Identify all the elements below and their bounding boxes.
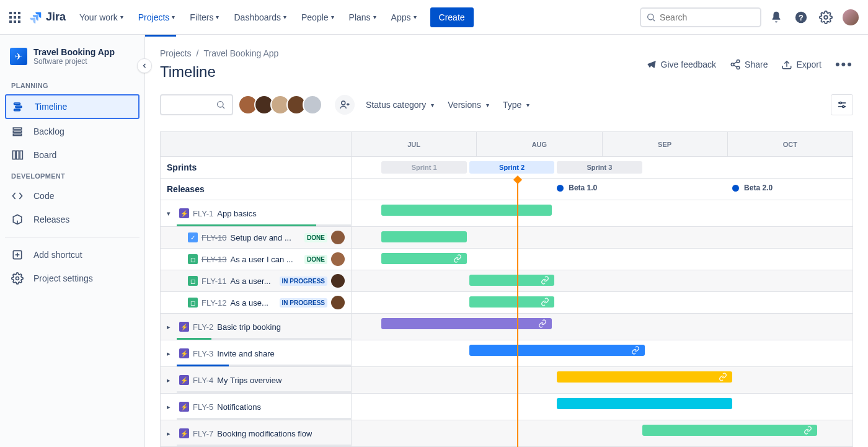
sprints-row: Sprints Sprint 1Sprint 2Sprint 3 [161, 157, 852, 179]
avatar[interactable] [303, 95, 322, 115]
sprint-pill[interactable]: Sprint 3 [557, 161, 642, 174]
export-button[interactable]: Export [781, 59, 821, 70]
release-marker[interactable]: Beta 2.0 [732, 184, 773, 192]
sidebar-item-timeline[interactable]: Timeline [5, 94, 140, 119]
epic-row: ▸ ⚡ FLY-2 Basic trip booking [161, 314, 852, 340]
project-icon: ✈ [10, 48, 27, 65]
nav-item-dashboards[interactable]: Dashboards▾ [228, 9, 293, 26]
timeline-bar[interactable] [381, 205, 552, 216]
svg-rect-18 [13, 131, 21, 133]
view-settings-button[interactable] [831, 94, 853, 115]
settings-icon[interactable] [816, 7, 836, 27]
issue-key[interactable]: FLY-4 [193, 376, 213, 385]
issue-key[interactable]: FLY-3 [193, 349, 213, 358]
issue-key[interactable]: FLY-13 [202, 255, 226, 264]
add-person-button[interactable] [335, 95, 355, 115]
expand-toggle[interactable]: ▸ [167, 323, 177, 331]
expand-toggle[interactable]: ▾ [167, 210, 177, 218]
sprint-pill[interactable]: Sprint 2 [469, 161, 554, 174]
sidebar-item-board[interactable]: Board [5, 144, 140, 166]
timeline-bar[interactable] [381, 318, 552, 329]
issue-key[interactable]: FLY-1 [193, 209, 213, 218]
give-feedback-button[interactable]: Give feedback [646, 59, 717, 70]
sidebar-item-project-settings[interactable]: Project settings [5, 267, 140, 290]
svg-rect-15 [16, 106, 22, 108]
task-icon: ✓ [188, 232, 198, 242]
expand-toggle[interactable]: ▸ [167, 350, 177, 358]
profile-avatar[interactable] [841, 7, 861, 27]
breadcrumb-project[interactable]: Travel Booking App [203, 48, 278, 58]
issue-key[interactable]: FLY-11 [202, 277, 226, 286]
issue-key[interactable]: FLY-10 [202, 233, 226, 242]
issue-key[interactable]: FLY-5 [193, 402, 213, 412]
nav-item-apps[interactable]: Apps▾ [385, 9, 423, 26]
issue-summary[interactable]: My Trips overview [217, 376, 281, 385]
jira-logo[interactable]: Jira [29, 10, 66, 25]
versions-filter[interactable]: Versions▾ [445, 96, 492, 113]
sidebar-item-code[interactable]: Code [5, 185, 140, 207]
issue-summary[interactable]: App basics [217, 209, 257, 218]
timeline-bar[interactable] [469, 345, 645, 356]
epic-icon: ⚡ [179, 208, 189, 218]
main-content: Projects / Travel Booking App Timeline G… [145, 35, 868, 447]
timeline-bar[interactable] [642, 425, 818, 436]
issue-summary[interactable]: Basic trip booking [217, 322, 281, 332]
help-icon[interactable]: ? [791, 7, 811, 27]
expand-toggle[interactable]: ▸ [167, 376, 177, 384]
assignee-filter-avatars[interactable] [242, 95, 322, 115]
release-marker[interactable]: Beta 1.0 [557, 184, 597, 192]
sprint-pill[interactable]: Sprint 1 [381, 161, 466, 174]
app-switcher-icon[interactable] [7, 10, 22, 25]
assignee-avatar[interactable] [331, 231, 345, 244]
issue-key[interactable]: FLY-7 [193, 429, 213, 438]
nav-item-people[interactable]: People▾ [295, 9, 340, 26]
issue-summary[interactable]: As a user... [230, 277, 279, 286]
svg-point-26 [16, 277, 19, 280]
toolbar: Status category▾ Versions▾ Type▾ [160, 94, 853, 115]
child-issue-row: ◻ FLY-12 As a use... IN PROGRESS [161, 292, 852, 314]
nav-item-projects[interactable]: Projects▾ [132, 9, 182, 26]
more-actions-button[interactable]: ••• [835, 56, 853, 73]
issue-key[interactable]: FLY-12 [202, 298, 226, 308]
nav-item-filters[interactable]: Filters▾ [184, 9, 225, 26]
epic-row: ▾ ⚡ FLY-1 App basics [161, 200, 852, 227]
search-input[interactable] [660, 12, 746, 22]
issue-summary[interactable]: As a use... [230, 298, 279, 308]
issue-summary[interactable]: Booking modifications flow [217, 429, 312, 438]
issue-summary[interactable]: As a user I can ... [230, 255, 304, 264]
issue-key[interactable]: FLY-2 [193, 322, 213, 332]
sidebar-item-add-shortcut[interactable]: Add shortcut [5, 244, 140, 266]
breadcrumb-root[interactable]: Projects [160, 48, 192, 58]
global-search[interactable] [640, 7, 761, 27]
nav-item-plans[interactable]: Plans▾ [343, 9, 383, 26]
sidebar-item-releases[interactable]: Releases [5, 208, 140, 231]
share-button[interactable]: Share [730, 59, 768, 70]
issue-summary[interactable]: Setup dev and ... [230, 233, 304, 242]
timeline-bar[interactable] [381, 231, 466, 242]
notifications-icon[interactable] [766, 7, 786, 27]
nav-item-your-work[interactable]: Your work▾ [73, 9, 130, 26]
assignee-avatar[interactable] [331, 252, 345, 266]
expand-toggle[interactable]: ▸ [167, 403, 177, 411]
epic-icon: ⚡ [179, 348, 189, 358]
type-filter[interactable]: Type▾ [500, 96, 532, 113]
timeline-bar[interactable] [469, 296, 554, 308]
project-header[interactable]: ✈ Travel Booking App Software project [5, 47, 140, 77]
project-type: Software project [33, 57, 115, 66]
timeline-bar[interactable] [557, 371, 732, 383]
svg-rect-4 [14, 16, 16, 19]
assignee-avatar[interactable] [331, 296, 345, 309]
svg-rect-1 [14, 12, 16, 14]
issue-summary[interactable]: Notifications [217, 402, 261, 412]
timeline-bar[interactable] [557, 398, 732, 409]
issue-summary[interactable]: Invite and share [217, 349, 275, 358]
story-icon: ◻ [188, 298, 198, 308]
status-category-filter[interactable]: Status category▾ [363, 96, 436, 113]
timeline-bar[interactable] [381, 253, 466, 264]
create-button[interactable]: Create [430, 7, 474, 27]
expand-toggle[interactable]: ▸ [167, 430, 177, 438]
assignee-avatar[interactable] [331, 274, 345, 288]
sidebar-item-backlog[interactable]: Backlog [5, 120, 140, 143]
timeline-bar[interactable] [469, 275, 554, 286]
timeline-search[interactable] [160, 94, 233, 115]
